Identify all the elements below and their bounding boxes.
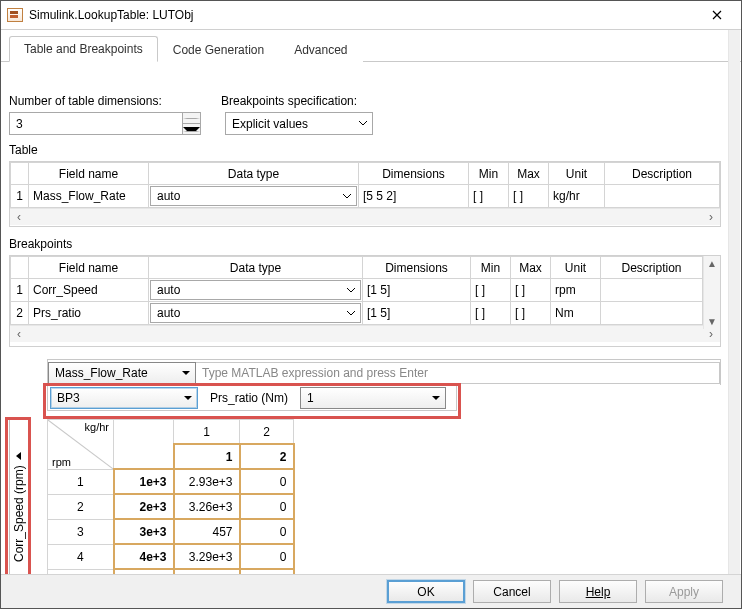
data-grid[interactable]: kg/hr rpm 1 2 1 2 11e+32.93e+30 22e+33.2…	[47, 419, 295, 595]
bp-spec-label: Breakpoints specification:	[221, 94, 357, 108]
chevron-down-icon[interactable]	[183, 124, 200, 134]
table-section-label: Table	[9, 143, 721, 157]
slice-other-combo[interactable]: 1	[300, 387, 446, 409]
window-title: Simulink.LookupTable: LUTObj	[29, 8, 697, 22]
slice-bp-combo[interactable]: BP3	[50, 387, 198, 409]
vert-axis-tab[interactable]: Corr_Speed (rpm)	[9, 419, 29, 595]
h-scrollbar[interactable]: ‹ ›	[10, 325, 720, 342]
slice-other-label: Prs_ratio (Nm)	[198, 391, 300, 405]
chevron-down-icon	[427, 388, 445, 408]
h-scrollbar[interactable]: ‹ ›	[10, 208, 720, 225]
chevron-down-icon	[342, 304, 360, 322]
col-desc: Description	[605, 163, 720, 185]
chevron-down-icon	[342, 281, 360, 299]
tab-row: Table and Breakpoints Code Generation Ad…	[1, 36, 741, 62]
table-row[interactable]: 2 Prs_ratio auto [1 5] [ ] [ ] Nm	[11, 302, 703, 325]
chevron-up-icon[interactable]	[183, 113, 200, 124]
dims-spinner[interactable]: 3	[9, 112, 201, 135]
dialog-footer: OK Cancel Help Apply	[1, 574, 741, 608]
dtype-combo[interactable]: auto	[150, 280, 361, 300]
tab-advanced[interactable]: Advanced	[279, 37, 362, 62]
slice-expr-input[interactable]: Type MATLAB expression and press Enter	[196, 362, 720, 384]
chevron-left-icon[interactable]: ‹	[12, 210, 26, 224]
chevron-right-icon[interactable]: ›	[704, 327, 718, 341]
tab-table-and-breakpoints[interactable]: Table and Breakpoints	[9, 36, 158, 62]
slice-var-combo[interactable]: Mass_Flow_Rate	[48, 362, 196, 384]
chevron-down-icon[interactable]: ▼	[707, 316, 717, 327]
table-grid[interactable]: Field name Data type Dimensions Min Max …	[9, 161, 721, 227]
corner-cell: kg/hr rpm	[48, 420, 114, 470]
titlebar: Simulink.LookupTable: LUTObj	[1, 1, 741, 30]
chevron-right-icon	[17, 452, 22, 460]
table-row[interactable]: 1 Corr_Speed auto [1 5] [ ] [ ] rpm	[11, 279, 703, 302]
col-dtype: Data type	[149, 163, 359, 185]
chevron-down-icon	[179, 388, 197, 408]
chevron-down-icon	[177, 363, 195, 383]
col-dims: Dimensions	[359, 163, 469, 185]
bp-grid[interactable]: Field name Data type Dimensions Min Max …	[9, 255, 721, 347]
close-button[interactable]	[697, 2, 737, 29]
bp-section-label: Breakpoints	[9, 237, 721, 251]
tab-code-generation[interactable]: Code Generation	[158, 37, 279, 62]
chevron-up-icon[interactable]: ▲	[707, 258, 717, 269]
chevron-down-icon	[338, 187, 356, 205]
help-button[interactable]: Help	[559, 580, 637, 603]
dtype-combo[interactable]: auto	[150, 186, 357, 206]
right-scrollbar[interactable]	[728, 30, 740, 574]
app-icon	[7, 8, 23, 22]
col-max: Max	[509, 163, 549, 185]
bp-spec-combo[interactable]: Explicit values	[225, 112, 373, 135]
col-field: Field name	[29, 163, 149, 185]
chevron-left-icon[interactable]: ‹	[12, 327, 26, 341]
dims-label: Number of table dimensions:	[9, 94, 201, 108]
ok-button[interactable]: OK	[387, 580, 465, 603]
dims-spinner-buttons[interactable]	[182, 113, 200, 134]
chevron-down-icon	[354, 113, 372, 134]
col-unit: Unit	[549, 163, 605, 185]
bp-spec-value: Explicit values	[226, 117, 354, 131]
close-icon	[712, 10, 722, 20]
v-scrollbar[interactable]: ▲ ▼	[703, 256, 720, 329]
dims-value: 3	[10, 117, 182, 131]
dtype-combo[interactable]: auto	[150, 303, 361, 323]
apply-button[interactable]: Apply	[645, 580, 723, 603]
col-min: Min	[469, 163, 509, 185]
dialog-window: Simulink.LookupTable: LUTObj Table and B…	[0, 0, 742, 609]
cancel-button[interactable]: Cancel	[473, 580, 551, 603]
table-row[interactable]: 1 Mass_Flow_Rate auto [5 5 2] [ ] [ ] kg…	[11, 185, 720, 208]
chevron-right-icon[interactable]: ›	[704, 210, 718, 224]
